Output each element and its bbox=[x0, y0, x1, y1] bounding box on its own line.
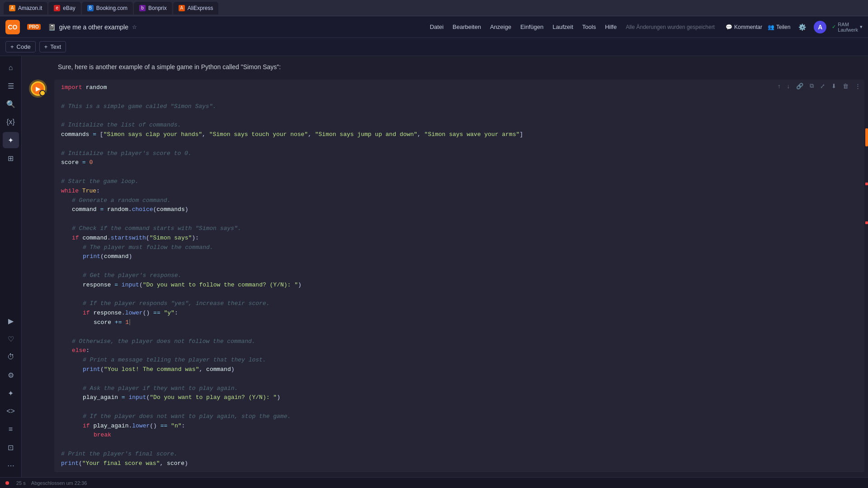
notebook-title[interactable]: give me a other example bbox=[59, 23, 128, 31]
comment-button[interactable]: 💬 Kommentar bbox=[726, 24, 762, 30]
code-line-1: import random bbox=[61, 83, 859, 93]
sidebar-icon-code[interactable]: {x} bbox=[3, 114, 19, 130]
run-button[interactable]: ▶ bbox=[31, 81, 45, 96]
scroll-mark-red-1 bbox=[865, 183, 868, 185]
menu-bearbeiten[interactable]: Bearbeiten bbox=[449, 22, 485, 32]
menu-tools[interactable]: Tools bbox=[579, 22, 599, 32]
run-cursor bbox=[39, 90, 46, 96]
code-line-command: command = random.choice(commands) bbox=[61, 205, 859, 215]
code-line-blank5 bbox=[61, 215, 859, 224]
status-dot bbox=[5, 481, 9, 485]
sidebar-icon-terminal[interactable]: ⊡ bbox=[3, 439, 19, 455]
sidebar-icon-play[interactable]: ▶ bbox=[3, 313, 19, 329]
menu-laufzeit[interactable]: Laufzeit bbox=[549, 22, 577, 32]
text-cell-content: Sure, here is another example of a simpl… bbox=[58, 63, 281, 70]
code-line-comment6: # Check if the command starts with "Simo… bbox=[61, 224, 859, 234]
amazon-favicon: A bbox=[9, 5, 15, 11]
tab-bonprix[interactable]: b Bonprix bbox=[134, 2, 172, 14]
cell-download-icon[interactable]: ⬇ bbox=[830, 82, 838, 90]
check-icon: ✓ bbox=[832, 24, 836, 30]
sidebar-icon-star[interactable]: ✦ bbox=[3, 385, 19, 401]
cell-toolbar: ↑ ↓ 🔗 ⧉ ⤢ ⬇ 🗑 ⋮ bbox=[776, 81, 863, 90]
save-status: Alle Änderungen wurden gespeichert bbox=[622, 22, 718, 32]
code-line-commands: commands = ["Simon says clap your hands"… bbox=[61, 130, 859, 140]
code-line-comment14: # Print the player's final score. bbox=[61, 450, 859, 459]
app-bar-right: 💬 Kommentar 👥 Teilen ⚙️ A ✓ RAMLaufwerk … bbox=[726, 21, 863, 33]
code-line-blank4 bbox=[61, 168, 859, 177]
text-plus-icon: + bbox=[44, 43, 48, 50]
code-btn-label: Code bbox=[17, 43, 31, 50]
tab-bonprix-label: Bonprix bbox=[148, 5, 167, 11]
cell-more-icon[interactable]: ⋮ bbox=[853, 82, 863, 90]
menu-hilfe[interactable]: Hilfe bbox=[601, 22, 620, 32]
sidebar-icon-settings[interactable]: ⚙ bbox=[3, 367, 19, 383]
app-title-area: 📓 give me a other example ☆ bbox=[48, 23, 419, 31]
code-line-comment1: # This is a simple game called "Simon Sa… bbox=[61, 102, 859, 112]
code-line-else: else: bbox=[61, 346, 859, 356]
menu-datei[interactable]: Datei bbox=[426, 22, 447, 32]
add-text-button[interactable]: + Text bbox=[39, 41, 66, 52]
aliexpress-favicon: A bbox=[179, 5, 185, 11]
status-time: 25 s bbox=[16, 480, 26, 486]
sidebar-icon-list[interactable]: ☰ bbox=[3, 78, 19, 94]
cell-copy-icon[interactable]: ⧉ bbox=[808, 81, 816, 90]
code-line-blank10 bbox=[61, 403, 859, 412]
add-code-button[interactable]: + Code bbox=[5, 41, 36, 52]
code-line-comment13: # If the player does not want to play ag… bbox=[61, 412, 859, 422]
notebook-panel[interactable]: Sure, here is another example of a simpl… bbox=[22, 56, 868, 477]
sidebar-icon-heart[interactable]: ♡ bbox=[3, 331, 19, 347]
share-icon: 👥 bbox=[768, 24, 774, 30]
cell-delete-icon[interactable]: 🗑 bbox=[841, 82, 850, 90]
code-line-play-again: play_again = input("Do you want to play … bbox=[61, 393, 859, 403]
tab-ebay[interactable]: e eBay bbox=[48, 2, 80, 14]
user-avatar[interactable]: A bbox=[814, 21, 826, 33]
star-icon[interactable]: ☆ bbox=[132, 24, 137, 30]
cell-move-up-icon[interactable]: ↑ bbox=[776, 82, 783, 90]
code-cell: ↑ ↓ 🔗 ⧉ ⤢ ⬇ 🗑 ⋮ ▶ import random bbox=[22, 80, 868, 472]
cell-link-icon[interactable]: 🔗 bbox=[794, 82, 805, 90]
code-editor[interactable]: import random # This is a simple game ca… bbox=[54, 80, 864, 472]
cell-move-down-icon[interactable]: ↓ bbox=[785, 82, 792, 90]
menu-bar: Datei Bearbeiten Anzeige Einfügen Laufze… bbox=[426, 22, 718, 32]
sidebar-icon-lines[interactable]: ≡ bbox=[3, 421, 19, 437]
menu-anzeige[interactable]: Anzeige bbox=[486, 22, 515, 32]
code-line-blank8 bbox=[61, 328, 859, 337]
tab-amazon-label: Amazon.it bbox=[18, 5, 42, 11]
sidebar-icon-table[interactable]: ⊞ bbox=[3, 150, 19, 166]
tab-aliexpress-label: AliExpress bbox=[188, 5, 213, 11]
code-line-blank2 bbox=[61, 111, 859, 121]
code-line-print3: print("Your final score was", score) bbox=[61, 459, 859, 469]
toolbar: + Code + Text bbox=[0, 38, 868, 56]
menu-einfügen[interactable]: Einfügen bbox=[517, 22, 547, 32]
share-label: Teilen bbox=[776, 24, 790, 30]
tab-aliexpress[interactable]: A AliExpress bbox=[173, 2, 219, 14]
code-line-if: if command.startswith("Simon says"): bbox=[61, 234, 859, 243]
main-layout: ⌂ ☰ 🔍 {x} ✦ ⊞ ▶ ♡ ⏱ ⚙ ✦ <> ≡ ⊡ ⋯ Sure, h… bbox=[0, 56, 868, 477]
sidebar-icon-search[interactable]: 🔍 bbox=[3, 96, 19, 112]
pro-badge: PRO bbox=[27, 24, 41, 30]
dropdown-icon[interactable]: ▾ bbox=[860, 24, 863, 30]
sidebar-icon-home[interactable]: ⌂ bbox=[3, 60, 19, 76]
scroll-mark-red-2 bbox=[865, 221, 868, 224]
notebook-icon: 📓 bbox=[48, 23, 56, 31]
code-line-comment7: # The player must follow the command. bbox=[61, 243, 859, 253]
sidebar-icon-code2[interactable]: <> bbox=[3, 403, 19, 419]
scroll-indicators bbox=[865, 128, 868, 224]
share-button[interactable]: 👥 Teilen bbox=[768, 24, 790, 30]
tab-amazon[interactable]: A Amazon.it bbox=[4, 2, 47, 14]
sidebar-icon-more[interactable]: ⋯ bbox=[3, 457, 19, 474]
code-line-comment3: # Initialize the player's score to 0. bbox=[61, 149, 859, 159]
bonprix-favicon: b bbox=[139, 5, 146, 11]
sidebar-icon-clock[interactable]: ⏱ bbox=[3, 349, 19, 365]
tab-booking-label: Booking.com bbox=[96, 5, 127, 11]
run-btn-area: ▶ bbox=[22, 80, 54, 96]
sidebar-icon-ai[interactable]: ✦ bbox=[3, 132, 19, 148]
comment-icon: 💬 bbox=[726, 24, 732, 30]
code-line-blank3 bbox=[61, 140, 859, 149]
tab-booking[interactable]: B Booking.com bbox=[82, 2, 133, 14]
cell-expand-icon[interactable]: ⤢ bbox=[818, 82, 827, 90]
code-line-while: while True: bbox=[61, 187, 859, 196]
settings-button[interactable]: ⚙️ bbox=[796, 21, 808, 33]
text-cell: Sure, here is another example of a simpl… bbox=[22, 56, 868, 78]
ebay-favicon: e bbox=[54, 5, 60, 11]
